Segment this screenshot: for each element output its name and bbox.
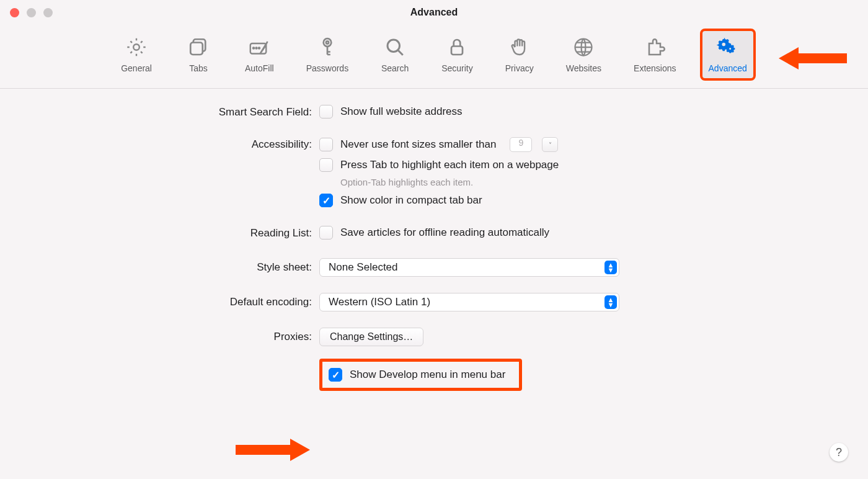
- tab-search[interactable]: Search: [372, 29, 418, 81]
- svg-point-6: [259, 47, 260, 48]
- svg-marker-12: [779, 47, 847, 69]
- tab-extensions[interactable]: Extensions: [625, 29, 684, 81]
- callout-arrow-tab: [779, 45, 847, 72]
- offline-reading-text: Save articles for offline reading automa…: [340, 226, 549, 239]
- svg-point-9: [388, 40, 400, 52]
- svg-point-0: [133, 44, 140, 50]
- svg-point-4: [253, 47, 254, 48]
- zoom-window-button[interactable]: [43, 8, 53, 17]
- svg-point-5: [256, 47, 257, 48]
- key-icon: [313, 35, 342, 60]
- style-sheet-select[interactable]: None Selected ▲▼: [319, 258, 619, 277]
- svg-rect-2: [190, 43, 203, 55]
- min-font-size-value[interactable]: 9: [510, 137, 532, 152]
- minimize-window-button[interactable]: [27, 8, 36, 17]
- tab-highlight-checkbox[interactable]: [319, 158, 333, 172]
- tab-label: General: [121, 63, 152, 73]
- tab-label: Privacy: [505, 63, 534, 73]
- tab-tabs[interactable]: Tabs: [175, 29, 221, 81]
- tab-highlight-hint: Option-Tab highlights each item.: [340, 177, 559, 187]
- window-controls: [10, 8, 53, 17]
- tabs-icon: [184, 35, 213, 60]
- advanced-settings-panel: Smart Search Field: Show full website ad…: [0, 89, 868, 391]
- autofill-icon: [245, 35, 273, 60]
- svg-rect-10: [451, 47, 463, 55]
- tab-autofill[interactable]: AutoFill: [236, 29, 283, 81]
- accessibility-label: Accessibility:: [0, 137, 319, 151]
- change-proxy-settings-button[interactable]: Change Settings…: [319, 328, 423, 346]
- chevron-up-down-icon: ▲▼: [604, 261, 617, 274]
- search-icon: [381, 35, 409, 60]
- tab-label: AutoFill: [245, 63, 274, 73]
- close-window-button[interactable]: [10, 8, 19, 17]
- hand-icon: [505, 35, 534, 60]
- style-sheet-label: Style sheet:: [0, 258, 319, 274]
- tab-label: Extensions: [634, 63, 676, 73]
- reading-list-label: Reading List:: [0, 226, 319, 240]
- min-font-size-text: Never use font sizes smaller than: [340, 138, 496, 151]
- proxies-label: Proxies:: [0, 328, 319, 343]
- show-develop-menu-checkbox[interactable]: ✓: [329, 368, 342, 382]
- min-font-size-checkbox[interactable]: [319, 138, 333, 151]
- show-full-address-text: Show full website address: [340, 105, 463, 118]
- callout-arrow-develop: [236, 436, 310, 463]
- show-develop-menu-text: Show Develop menu in menu bar: [350, 369, 505, 381]
- smart-search-label: Smart Search Field:: [0, 105, 319, 119]
- preferences-toolbar: General Tabs AutoFill Passwords Search S…: [0, 25, 868, 89]
- tab-security[interactable]: Security: [433, 29, 482, 81]
- window-title: Advanced: [410, 7, 458, 18]
- tab-passwords[interactable]: Passwords: [298, 29, 357, 81]
- tab-general[interactable]: General: [112, 29, 161, 81]
- gear-icon: [122, 35, 151, 60]
- default-encoding-label: Default encoding:: [0, 293, 319, 308]
- svg-point-7: [324, 38, 332, 47]
- tab-websites[interactable]: Websites: [557, 29, 610, 81]
- puzzle-icon: [640, 35, 669, 60]
- show-full-address-checkbox[interactable]: [319, 105, 333, 119]
- globe-icon: [569, 35, 598, 60]
- default-encoding-value: Western (ISO Latin 1): [329, 296, 430, 308]
- help-button[interactable]: ?: [830, 443, 848, 462]
- tab-label: Security: [441, 63, 473, 73]
- tab-label: Search: [381, 63, 409, 73]
- offline-reading-checkbox[interactable]: [319, 226, 333, 240]
- min-font-size-stepper[interactable]: ˅: [542, 137, 558, 152]
- compact-tab-color-checkbox[interactable]: ✓: [319, 194, 333, 207]
- tab-privacy[interactable]: Privacy: [497, 29, 542, 81]
- default-encoding-select[interactable]: Western (ISO Latin 1) ▲▼: [319, 293, 619, 311]
- tab-label: Passwords: [306, 63, 348, 73]
- develop-menu-highlight: ✓ Show Develop menu in menu bar: [319, 359, 522, 391]
- svg-point-8: [326, 41, 329, 43]
- compact-tab-color-text: Show color in compact tab bar: [340, 194, 482, 207]
- chevron-up-down-icon: ▲▼: [604, 295, 617, 309]
- style-sheet-value: None Selected: [329, 261, 398, 274]
- titlebar: Advanced: [0, 0, 868, 25]
- tab-label: Advanced: [709, 63, 747, 73]
- svg-marker-13: [236, 439, 310, 461]
- tab-label: Tabs: [189, 63, 208, 73]
- tab-label: Websites: [566, 63, 601, 73]
- tab-highlight-text: Press Tab to highlight each item on a we…: [340, 159, 559, 171]
- tab-advanced[interactable]: Advanced: [700, 29, 756, 81]
- lock-icon: [443, 35, 471, 60]
- double-gear-icon: [714, 35, 742, 60]
